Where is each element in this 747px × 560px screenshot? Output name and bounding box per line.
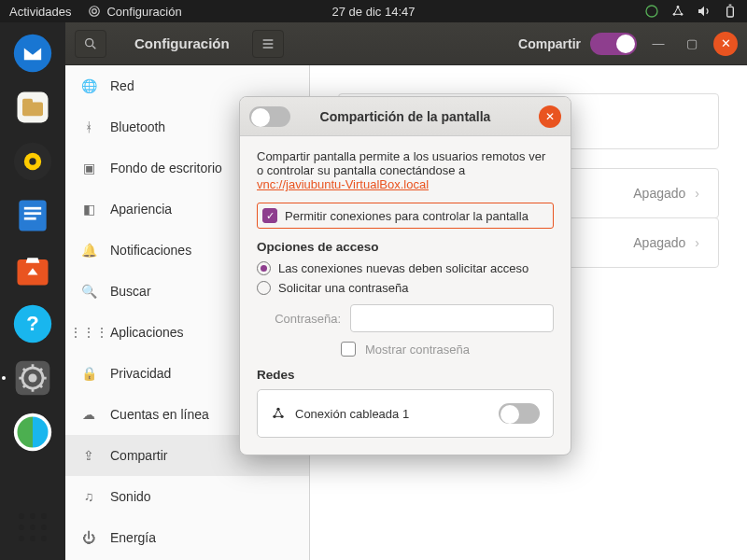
svg-point-29 [19, 536, 24, 541]
network-name: Conexión cableada 1 [295, 407, 409, 421]
dock-settings[interactable] [9, 355, 56, 401]
lock-icon: 🔒 [80, 365, 97, 382]
radio-password-input[interactable] [257, 281, 271, 295]
sidebar-item-sonido[interactable]: ♫Sonido [65, 476, 309, 517]
gnome-topbar: Actividades Configuración 27 de dic 14:4… [0, 0, 747, 22]
clock[interactable]: 27 de dic 14:47 [332, 5, 416, 19]
app-menu[interactable]: Configuración [88, 5, 181, 19]
svg-point-25 [41, 513, 47, 519]
apps-icon: ⋮⋮⋮ [80, 324, 97, 341]
svg-point-21 [28, 373, 36, 382]
show-password-checkbox[interactable] [341, 342, 356, 357]
window-title: Configuración [134, 35, 230, 51]
globe-icon: 🌐 [80, 77, 97, 94]
minimize-button[interactable]: — [646, 32, 670, 56]
hamburger-button[interactable] [252, 30, 284, 58]
menu-icon [261, 36, 275, 51]
svg-text:?: ? [26, 312, 38, 335]
svg-point-28 [41, 525, 47, 530]
svg-point-33 [276, 408, 279, 411]
networks-heading: Redes [257, 368, 554, 382]
search-icon [83, 36, 98, 51]
allow-control-row[interactable]: ✓ Permitir conexiones para controlar la … [257, 203, 554, 229]
activities-button[interactable]: Actividades [9, 5, 71, 19]
cloud-icon: ☁ [80, 406, 97, 423]
radio-require-password[interactable]: Solicitar una contraseña [257, 281, 554, 295]
network-toggle[interactable] [499, 403, 540, 424]
svg-point-5 [14, 35, 51, 72]
svg-point-30 [30, 536, 35, 541]
dialog-description: Compartir pantalla permite a los usuario… [257, 149, 554, 191]
search-icon: 🔍 [80, 283, 97, 300]
support-icon[interactable] [644, 4, 659, 19]
chevron-right-icon: › [695, 186, 699, 201]
svg-rect-15 [24, 217, 36, 220]
wallpaper-icon: ▣ [80, 160, 97, 176]
dock-show-apps[interactable] [9, 504, 56, 551]
sidebar-item-energia[interactable]: ⏻Energía [65, 517, 309, 558]
svg-rect-4 [727, 7, 734, 17]
search-button[interactable] [75, 30, 106, 58]
close-button[interactable]: ✕ [713, 32, 738, 56]
battery-icon[interactable] [723, 4, 738, 19]
vnc-link[interactable]: vnc://javiubuntu-VirtualBox.local [257, 177, 429, 191]
network-icon[interactable] [670, 4, 685, 19]
dock: ? [0, 22, 65, 560]
svg-point-26 [19, 525, 24, 530]
svg-point-11 [29, 158, 35, 164]
svg-point-31 [41, 536, 47, 541]
access-options-heading: Opciones de acceso [257, 240, 554, 254]
svg-point-27 [30, 525, 35, 530]
dock-libreoffice[interactable] [9, 192, 56, 239]
sharing-master-toggle[interactable] [590, 33, 637, 55]
power-icon: ⏻ [80, 529, 97, 546]
share-label: Compartir [518, 36, 581, 51]
svg-point-24 [30, 513, 35, 519]
screen-sharing-toggle[interactable] [249, 106, 290, 127]
dock-rhythmbox[interactable] [9, 138, 56, 185]
dialog-headerbar: Compartición de la pantalla ✕ [240, 97, 571, 136]
dock-software[interactable] [9, 246, 56, 293]
dock-remmina[interactable] [9, 409, 56, 455]
dock-files[interactable] [9, 84, 56, 131]
svg-rect-13 [24, 207, 41, 210]
allow-control-label: Permitir conexiones para controlar la pa… [285, 209, 529, 223]
chevron-right-icon: › [695, 235, 699, 250]
maximize-button[interactable]: ▢ [680, 32, 704, 56]
password-input[interactable] [350, 304, 554, 332]
radio-request-access[interactable]: Las conexiones nuevas deben solicitar ac… [257, 261, 554, 275]
password-label: Contraseña: [257, 312, 341, 326]
screen-sharing-dialog: Compartición de la pantalla ✕ Compartir … [239, 96, 571, 455]
svg-point-32 [86, 38, 93, 46]
headerbar: Configuración Compartir — ▢ ✕ [65, 22, 747, 65]
dock-help[interactable]: ? [9, 301, 56, 347]
radio-request-input[interactable] [257, 261, 271, 275]
svg-rect-14 [24, 212, 41, 215]
svg-rect-12 [19, 201, 46, 231]
allow-control-checkbox[interactable]: ✓ [262, 208, 277, 223]
bluetooth-icon: ᚼ [80, 119, 97, 135]
svg-rect-8 [22, 99, 33, 105]
show-password-label: Mostrar contraseña [365, 343, 470, 357]
wired-network-icon [271, 406, 286, 421]
music-icon: ♫ [80, 488, 97, 505]
dialog-close-button[interactable]: ✕ [539, 105, 561, 128]
volume-icon[interactable] [697, 4, 712, 19]
appearance-icon: ◧ [80, 201, 97, 217]
dock-thunderbird[interactable] [9, 30, 56, 77]
share-icon: ⇪ [80, 447, 97, 464]
bell-icon: 🔔 [80, 242, 97, 259]
svg-point-0 [646, 6, 657, 17]
svg-rect-7 [22, 103, 43, 117]
network-row: Conexión cableada 1 [257, 389, 554, 438]
svg-point-23 [19, 513, 24, 519]
